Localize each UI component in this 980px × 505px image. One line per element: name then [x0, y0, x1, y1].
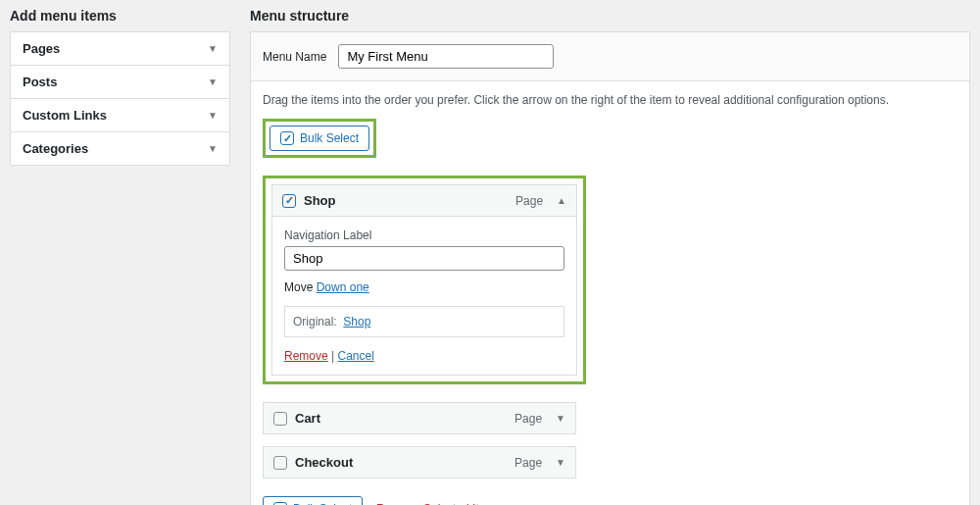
- checkbox-unchecked-icon[interactable]: [273, 412, 287, 426]
- menu-item-shop: Shop Page ▲ Navigation Label Move Down o…: [271, 184, 577, 376]
- move-down-one-link[interactable]: Down one: [317, 280, 369, 294]
- menu-edit-panel: Menu Name Drag the items into the order …: [250, 31, 970, 505]
- highlight-bulk-select-top: Bulk Select: [263, 119, 376, 158]
- menu-item-checkout: Checkout Page ▼: [263, 446, 576, 479]
- menu-item-shop-body: Navigation Label Move Down one Original:…: [272, 216, 576, 375]
- nav-label-text: Navigation Label: [284, 228, 564, 242]
- menu-item-cart-header[interactable]: Cart Page ▼: [264, 403, 575, 433]
- remove-item-link[interactable]: Remove: [284, 349, 328, 363]
- highlight-menu-item-shop: Shop Page ▲ Navigation Label Move Down o…: [263, 176, 586, 384]
- menu-structure-title: Menu structure: [250, 8, 970, 24]
- instructions-text: Drag the items into the order you prefer…: [263, 93, 957, 107]
- accordion-custom-links[interactable]: Custom Links ▼: [11, 99, 229, 132]
- checkbox-checked-icon: [280, 131, 294, 145]
- bulk-select-top-button[interactable]: Bulk Select: [270, 126, 369, 151]
- item-action-links: Remove | Cancel: [284, 349, 564, 363]
- bulk-select-bottom-button[interactable]: Bulk Select: [263, 496, 363, 505]
- menu-name-label: Menu Name: [263, 50, 326, 64]
- original-link[interactable]: Shop: [343, 315, 370, 328]
- chevron-up-icon[interactable]: ▲: [557, 195, 566, 206]
- chevron-down-icon[interactable]: ▼: [556, 457, 565, 468]
- chevron-down-icon: ▼: [208, 110, 218, 121]
- accordion-add-items: Pages ▼ Posts ▼ Custom Links ▼ Categorie…: [10, 31, 230, 166]
- menu-header: Menu Name: [251, 32, 969, 81]
- nav-label-input[interactable]: [284, 246, 564, 271]
- original-box: Original: Shop: [284, 306, 564, 337]
- move-row: Move Down one: [284, 280, 564, 294]
- cancel-item-link[interactable]: Cancel: [337, 349, 373, 363]
- menu-item-shop-header[interactable]: Shop Page ▲: [272, 185, 576, 216]
- menu-item-cart: Cart Page ▼: [263, 402, 576, 434]
- checkbox-checked-icon[interactable]: [282, 194, 296, 208]
- bulk-row-bottom: Bulk Select Remove Selected Items: [263, 496, 957, 505]
- add-menu-items-title: Add menu items: [10, 8, 230, 24]
- chevron-down-icon: ▼: [208, 143, 218, 154]
- menu-name-input[interactable]: [338, 44, 554, 69]
- accordion-pages[interactable]: Pages ▼: [11, 32, 229, 66]
- menu-item-checkout-header[interactable]: Checkout Page ▼: [264, 447, 575, 478]
- chevron-down-icon: ▼: [208, 43, 218, 54]
- checkbox-unchecked-icon[interactable]: [273, 456, 287, 470]
- accordion-categories[interactable]: Categories ▼: [11, 132, 229, 165]
- chevron-down-icon: ▼: [208, 76, 218, 87]
- chevron-down-icon[interactable]: ▼: [556, 413, 565, 424]
- accordion-posts[interactable]: Posts ▼: [11, 66, 229, 99]
